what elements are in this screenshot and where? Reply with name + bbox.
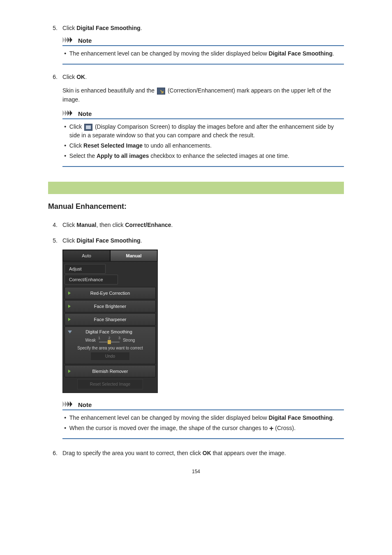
- step-instruction: Click OK.: [62, 74, 344, 80]
- note-chevrons-icon: [62, 110, 76, 117]
- subtab-adjust[interactable]: Adjust: [65, 264, 106, 274]
- list-number: 6.: [53, 450, 58, 456]
- page-number: 154: [48, 469, 344, 474]
- step-instruction: Click Manual, then click Correct/Enhance…: [62, 222, 344, 228]
- step-instruction: Drag to specify the area you want to cor…: [62, 450, 344, 456]
- note-chevrons-icon: [62, 401, 76, 408]
- list-number: 4.: [53, 222, 58, 228]
- section-heading: Manual Enhancement:: [48, 202, 344, 211]
- correction-enhancement-icon: [157, 88, 165, 95]
- reset-selected-image-button[interactable]: Reset Selected Image: [77, 379, 143, 389]
- step-instruction: Click Digital Face Smoothing.: [62, 25, 344, 31]
- note-item: The enhancement level can be changed by …: [69, 414, 344, 422]
- list-number: 5.: [53, 25, 58, 31]
- note-title: Note: [78, 110, 92, 117]
- slider-strong-label: Strong: [123, 338, 135, 342]
- note-item: Click Reset Selected Image to undo all e…: [69, 141, 344, 150]
- section-divider: [48, 182, 344, 194]
- note-item: Click (Display Comparison Screen) to dis…: [69, 123, 344, 140]
- note-item: Select the Apply to all images checkbox …: [69, 152, 344, 160]
- item-red-eye-correction[interactable]: Red-Eye Correction: [65, 287, 156, 299]
- note-item: When the cursor is moved over the image,…: [69, 424, 344, 432]
- slider-weak-label: Weak: [85, 338, 96, 342]
- note-title: Note: [78, 401, 92, 408]
- cross-cursor-icon: +: [269, 426, 274, 431]
- note-title: Note: [78, 37, 92, 44]
- specify-area-label: Specify the area you want to correct: [67, 346, 153, 350]
- subtab-correct-enhance[interactable]: Correct/Enhance: [65, 275, 118, 284]
- slider-thumb-icon[interactable]: [108, 340, 111, 344]
- note-block: Note The enhancement level can be change…: [62, 401, 344, 439]
- note-chevrons-icon: [62, 37, 76, 44]
- list-number: 6.: [53, 74, 58, 80]
- item-digital-face-smoothing[interactable]: Digital Face Smoothing Weak 123: [65, 326, 156, 364]
- note-block: Note The enhancement level can be change…: [62, 37, 344, 65]
- undo-button[interactable]: Undo: [90, 352, 130, 361]
- note-item: The enhancement level can be changed by …: [69, 49, 344, 58]
- item-blemish-remover[interactable]: Blemish Remover: [65, 365, 156, 377]
- tab-auto[interactable]: Auto: [63, 250, 110, 261]
- tab-manual[interactable]: Manual: [110, 250, 157, 261]
- step-instruction: Click Digital Face Smoothing.: [62, 237, 344, 244]
- smoothing-slider[interactable]: 123: [98, 337, 120, 344]
- item-face-brightener[interactable]: Face Brightener: [65, 300, 156, 312]
- item-face-sharpener[interactable]: Face Sharpener: [65, 313, 156, 326]
- list-number: 5.: [53, 237, 58, 244]
- note-block: Note Click (Display Comparison Screen) t…: [62, 110, 344, 167]
- step-description: Skin is enhanced beautifully and the (Co…: [62, 86, 344, 104]
- display-comparison-icon: [84, 124, 92, 131]
- correct-enhance-panel: Auto Manual Adjust Correct/Enhance Red-E…: [62, 250, 158, 393]
